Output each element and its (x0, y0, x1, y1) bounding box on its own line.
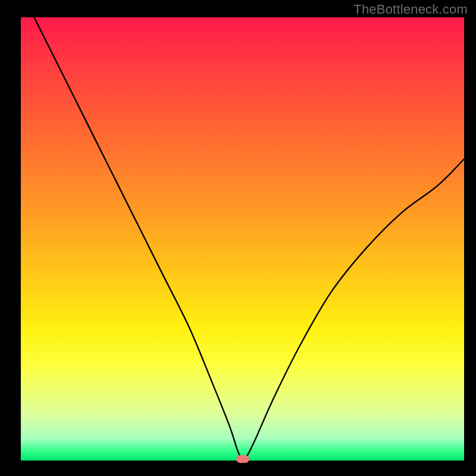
min-marker (236, 455, 249, 463)
curve-svg (21, 17, 464, 461)
bottleneck-curve (34, 17, 464, 459)
watermark-text: TheBottleneck.com (353, 2, 468, 17)
chart-frame: TheBottleneck.com (0, 0, 476, 476)
plot-area (21, 17, 464, 461)
